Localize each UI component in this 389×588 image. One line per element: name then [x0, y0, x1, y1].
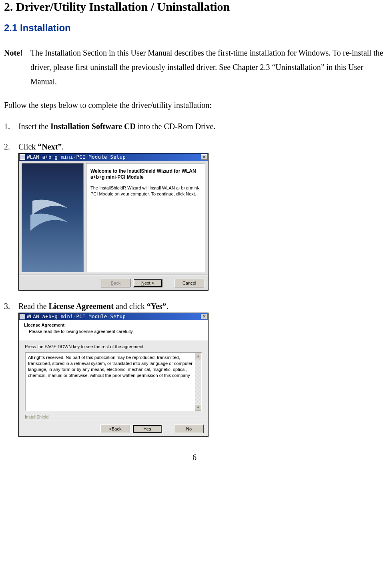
step-text: Insert the — [18, 122, 50, 131]
window-title: WLAN a+b+g mini-PCI Module Setup — [27, 154, 201, 160]
welcome-text: The InstallShieldR Wizard will install W… — [90, 185, 201, 197]
step-text: Click — [18, 142, 38, 151]
close-button[interactable]: ✕ — [201, 154, 207, 160]
wizard-content: Welcome to the InstallShield Wizard for … — [86, 163, 205, 272]
heading-main: 2. Driver/Utility Installation / Uninsta… — [4, 0, 385, 14]
close-button[interactable]: ✕ — [201, 314, 207, 319]
next-button[interactable]: Next > — [133, 279, 162, 287]
step-content: Read the License Agreement and click “Ye… — [18, 302, 168, 311]
window-icon — [20, 154, 25, 160]
button-bar: Back Next > Cancel — [19, 275, 208, 290]
step-bold: License Agreement — [49, 302, 114, 311]
yes-button[interactable]: Yes — [132, 425, 162, 433]
installshield-brand-row: InstallShield — [19, 414, 208, 421]
step-number: 3. — [4, 302, 18, 311]
back-button: Back — [101, 279, 130, 287]
scroll-track[interactable] — [195, 359, 201, 404]
note-block: Note! The Installation Section in this U… — [4, 46, 385, 89]
step-content: Insert the Installation Software CD into… — [18, 122, 215, 131]
step-number: 1. — [4, 122, 18, 131]
installer-body: License Agreement Please read the follow… — [19, 320, 208, 437]
installer-2-figure: WLAN a+b+g mini-PCI Module Setup ✕ Licen… — [18, 313, 385, 437]
note-text: The Installation Section in this User Ma… — [30, 46, 385, 89]
step-2: 2. Click “Next”. — [4, 142, 385, 151]
wizard-side-image — [22, 163, 84, 272]
step-number: 2. — [4, 142, 18, 151]
step-text: Read the — [18, 302, 49, 311]
welcome-title: Welcome to the InstallShield Wizard for … — [90, 168, 201, 180]
step-text: . — [166, 302, 168, 311]
scroll-down-icon[interactable]: ▼ — [195, 404, 201, 411]
step-text: . — [62, 142, 64, 151]
titlebar: WLAN a+b+g mini-PCI Module Setup ✕ — [19, 313, 208, 320]
window-title: WLAN a+b+g mini-PCI Module Setup — [27, 314, 201, 319]
wizard-header-subtitle: Please read the following license agreem… — [29, 329, 203, 334]
scrollbar[interactable]: ▲ ▼ — [195, 353, 201, 411]
window-icon — [20, 314, 25, 319]
page-number: 6 — [4, 453, 385, 462]
step-text: and click — [114, 302, 147, 311]
note-label: Note! — [4, 46, 30, 89]
step-bold: “Next” — [38, 142, 62, 151]
step-content: Click “Next”. — [18, 142, 64, 151]
no-button[interactable]: No — [174, 425, 204, 433]
divider — [51, 417, 202, 417]
installer-window: WLAN a+b+g mini-PCI Module Setup ✕ Welco… — [18, 153, 209, 291]
installer-body: Welcome to the InstallShield Wizard for … — [19, 161, 208, 275]
wizard-header-title: License Agreement — [24, 323, 203, 327]
step-3: 3. Read the License Agreement and click … — [4, 302, 385, 311]
wizard-header: License Agreement Please read the follow… — [19, 320, 208, 340]
step-bold: Installation Software CD — [50, 122, 136, 131]
cancel-button[interactable]: Cancel — [174, 279, 204, 287]
titlebar: WLAN a+b+g mini-PCI Module Setup ✕ — [19, 153, 208, 161]
wizard-content: Press the PAGE DOWN key to see the rest … — [19, 340, 208, 414]
installshield-logo-icon — [28, 191, 70, 239]
scroll-up-icon[interactable]: ▲ — [195, 353, 201, 359]
installshield-brand: InstallShield — [25, 415, 48, 419]
step-text: into the CD-Rom Drive. — [136, 122, 215, 131]
step-bold: “Yes” — [147, 302, 166, 311]
step-1: 1. Insert the Installation Software CD i… — [4, 122, 385, 131]
back-button[interactable]: < Back — [100, 425, 130, 433]
press-pagedown-instruction: Press the PAGE DOWN key to see the rest … — [25, 344, 202, 349]
follow-instruction: Follow the steps below to complete the d… — [4, 101, 385, 110]
license-text: All rights reserved. No part of this pub… — [26, 353, 195, 411]
installer-1-figure: WLAN a+b+g mini-PCI Module Setup ✕ Welco… — [18, 153, 385, 291]
installer-window: WLAN a+b+g mini-PCI Module Setup ✕ Licen… — [18, 313, 209, 437]
license-textbox[interactable]: All rights reserved. No part of this pub… — [25, 352, 202, 411]
button-bar: < Back Yes No — [19, 421, 208, 436]
heading-section: 2.1 Installation — [4, 22, 385, 34]
